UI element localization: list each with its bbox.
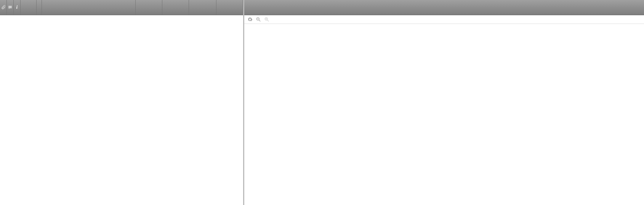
col-header-info[interactable]: i [14, 0, 21, 15]
gantt-app: i [0, 0, 644, 205]
col-header-comment[interactable] [7, 0, 14, 15]
timeline-panel [244, 0, 644, 205]
task-grid-header: i [0, 0, 243, 15]
col-header-task-name[interactable] [42, 0, 136, 15]
timeline-days [244, 8, 644, 15]
col-header-attachment[interactable] [0, 0, 7, 15]
timeline-weeks [244, 0, 644, 8]
gantt-bars [244, 15, 644, 205]
task-grid-body [0, 15, 243, 205]
col-header-end-date[interactable] [162, 0, 189, 15]
timeline-header [244, 0, 644, 15]
comment-icon [8, 5, 13, 10]
col-header-start-date[interactable] [136, 0, 162, 15]
timeline-body [244, 15, 644, 205]
task-grid: i [0, 0, 244, 205]
paperclip-icon [1, 5, 6, 10]
col-header-assigned-to[interactable] [189, 0, 216, 15]
col-header-flag[interactable] [37, 0, 42, 15]
col-header-pct-complete[interactable] [216, 0, 243, 15]
col-header-at-risk[interactable] [21, 0, 37, 15]
